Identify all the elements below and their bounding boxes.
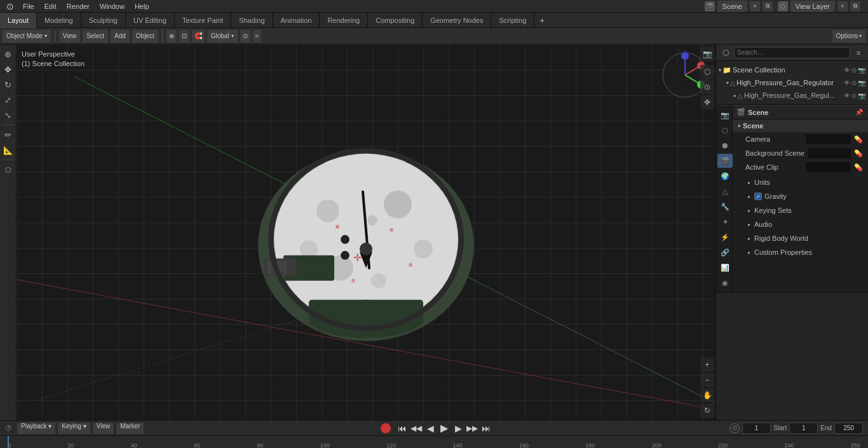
rotate-tool[interactable]: ↻	[1, 78, 15, 92]
fps-btn[interactable]: ⏱	[729, 423, 740, 433]
zoom-out-btn[interactable]: −	[700, 373, 714, 387]
marker-menu[interactable]: Marker	[116, 423, 144, 434]
scene-new[interactable]: +	[750, 1, 760, 11]
move-tool[interactable]: ✥	[1, 62, 15, 76]
prop-tab-data[interactable]: 📊	[717, 261, 733, 275]
view-menu-tl[interactable]: View	[93, 423, 114, 434]
filter-btn[interactable]: ≡	[851, 46, 865, 59]
menu-edit[interactable]: Edit	[39, 0, 62, 13]
next-key-btn[interactable]: ▶▶	[466, 423, 478, 434]
obj1-select[interactable]: ⊙	[851, 79, 857, 86]
mode-dropdown[interactable]: Object Mode ▾	[3, 30, 51, 43]
tab-geometry-nodes[interactable]: Geometry Nodes	[423, 13, 491, 28]
playback-menu[interactable]: Playback ▾	[17, 423, 55, 434]
cursor-tool[interactable]: ⊕	[1, 47, 15, 61]
collection-render[interactable]: 📷	[858, 67, 865, 74]
snap-icon[interactable]: 🧲	[192, 30, 205, 43]
proportional2-btn[interactable]: ≈	[253, 30, 262, 43]
audio-section[interactable]: ▸ Audio	[733, 217, 868, 231]
prop-tab-constraints[interactable]: 🔗	[717, 245, 733, 259]
tab-layout[interactable]: Layout	[0, 13, 37, 28]
next-frame-btn[interactable]: ▶	[452, 423, 465, 434]
transform-icon[interactable]: ⊕	[166, 30, 177, 43]
keying-sets-section[interactable]: ▸ Keying Sets	[733, 203, 868, 217]
active-clip-eyedropper[interactable]: 💊	[854, 163, 863, 172]
object-row-2[interactable]: ▸ △ High_Pressure_Gas_Regul... 👁 ⊙ 📷	[716, 89, 868, 102]
annotate-tool[interactable]: ✏	[1, 128, 15, 142]
custom-props-section[interactable]: ▸ Custom Properties	[733, 245, 868, 259]
tab-rendering[interactable]: Rendering	[320, 13, 368, 28]
units-section[interactable]: ▸ Units	[733, 175, 868, 189]
timeline-ruler[interactable]: 0 20 40 60 80 100 120 140 160 180 200 22…	[0, 436, 868, 448]
prop-tab-modifiers[interactable]: 🔧	[717, 200, 733, 214]
select-menu[interactable]: Select	[83, 30, 108, 43]
viewlayer-new[interactable]: +	[837, 1, 848, 11]
zoom-in-btn[interactable]: +	[700, 358, 714, 372]
record-button[interactable]	[381, 423, 391, 433]
transform-tool[interactable]: ⤡	[1, 108, 15, 122]
prev-frame-btn[interactable]: ◀	[424, 423, 437, 434]
view-menu[interactable]: View	[59, 30, 81, 43]
tab-add[interactable]: +	[534, 15, 550, 25]
add-menu[interactable]: Add	[111, 30, 130, 43]
tab-texture-paint[interactable]: Texture Paint	[175, 13, 231, 28]
scale-tool[interactable]: ⤢	[1, 93, 15, 107]
camera-view-btn[interactable]: 📷	[700, 47, 714, 61]
obj1-visibility[interactable]: 👁	[844, 79, 850, 86]
camera-value[interactable]	[805, 133, 851, 145]
prop-tab-object[interactable]: △	[717, 184, 733, 198]
pan-btn[interactable]: ✋	[700, 388, 714, 402]
tab-sculpting[interactable]: Sculpting	[81, 13, 126, 28]
prop-tab-physics[interactable]: ⚡	[717, 230, 733, 244]
prop-tab-scene[interactable]: 🎬	[717, 154, 733, 168]
rigid-body-section[interactable]: ▸ Rigid Body World	[733, 231, 868, 245]
outliner-search[interactable]	[734, 47, 850, 58]
collection-select[interactable]: ⊙	[851, 67, 857, 74]
start-frame-input[interactable]	[789, 423, 818, 434]
tab-compositing[interactable]: Compositing	[368, 13, 423, 28]
add-cube-tool[interactable]: ⬡	[1, 163, 15, 177]
prop-tab-world[interactable]: 🌍	[717, 169, 733, 183]
keying-menu[interactable]: Keying ▾	[58, 423, 90, 434]
prop-pin[interactable]: 📌	[854, 107, 864, 118]
measure-tool[interactable]: 📐	[1, 143, 15, 157]
scene-section-header[interactable]: ▾ Scene	[733, 119, 868, 132]
blender-icon[interactable]: ⊙	[3, 0, 18, 13]
menu-window[interactable]: Window	[95, 0, 130, 13]
active-clip-value[interactable]	[805, 161, 851, 173]
prop-tab-render[interactable]: 📷	[717, 108, 733, 122]
menu-file[interactable]: File	[18, 0, 39, 13]
tab-shading[interactable]: Shading	[231, 13, 273, 28]
menu-help[interactable]: Help	[130, 0, 154, 13]
options-btn[interactable]: Options ▾	[832, 30, 865, 43]
collection-visibility[interactable]: 👁	[844, 67, 850, 74]
obj1-render[interactable]: 📷	[858, 79, 865, 86]
background-scene-eyedropper[interactable]: 💊	[854, 149, 863, 158]
tab-uv-editing[interactable]: UV Editing	[126, 13, 175, 28]
gizmo-btn[interactable]: ✥	[700, 95, 714, 109]
gravity-checkbox[interactable]: ✓	[754, 193, 762, 200]
scene-copy[interactable]: ⧉	[763, 1, 773, 11]
prop-tab-particles[interactable]: ✦	[717, 215, 733, 229]
scene-selector[interactable]: Scene	[717, 1, 747, 12]
obj2-select[interactable]: ⊙	[851, 92, 857, 99]
proportional-btn[interactable]: ⊙	[240, 30, 250, 43]
current-frame-input[interactable]	[742, 423, 771, 434]
tab-scripting[interactable]: Scripting	[491, 13, 534, 28]
skip-start-btn[interactable]: ⏮	[396, 423, 409, 434]
viewlayer-selector[interactable]: View Layer	[790, 1, 835, 12]
overlay-btn[interactable]: ⊙	[700, 80, 714, 94]
prev-key-btn[interactable]: ◀◀	[410, 423, 423, 434]
camera-eyedropper[interactable]: 💊	[854, 135, 863, 144]
obj2-render[interactable]: 📷	[858, 92, 865, 99]
background-scene-value[interactable]	[807, 147, 851, 159]
object-row-1[interactable]: ▾ △ High_Pressure_Gas_Regulator 👁 ⊙ 📷	[716, 76, 868, 89]
pivot-icon[interactable]: ⊡	[179, 30, 189, 43]
play-btn[interactable]: ▶	[438, 423, 451, 434]
prop-tab-material[interactable]: ◉	[717, 276, 733, 290]
viewport-3d[interactable]: ✛ User Perspective (1) Scene Collection …	[17, 44, 715, 420]
viewlayer-copy[interactable]: ⧉	[850, 1, 860, 11]
end-frame-input[interactable]	[834, 423, 863, 434]
gravity-section[interactable]: ▸ ✓ Gravity	[733, 189, 868, 203]
viewport-shading-btn[interactable]: ⬡	[700, 65, 714, 79]
